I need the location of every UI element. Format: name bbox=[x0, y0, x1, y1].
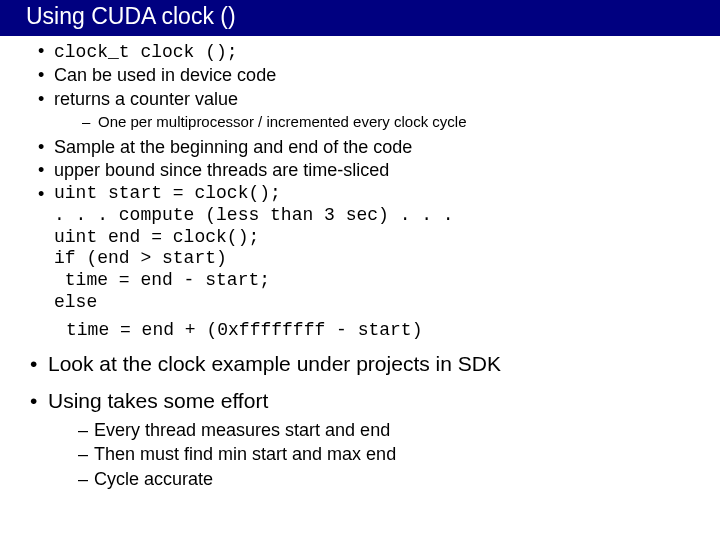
sub-bullet-text: Every thread measures start and end bbox=[94, 420, 390, 440]
bullet-item: upper bound since threads are time-slice… bbox=[38, 159, 720, 182]
slide-title: Using CUDA clock () bbox=[0, 0, 720, 36]
bullet-text: Look at the clock example under projects… bbox=[48, 352, 501, 375]
bullet-text: returns a counter value bbox=[54, 89, 238, 109]
slide: Using CUDA clock () clock_t clock (); Ca… bbox=[0, 0, 720, 540]
sub-bullet-list: Every thread measures start and end Then… bbox=[48, 419, 720, 491]
sub-bullet-list: One per multiprocessor / incremented eve… bbox=[54, 112, 720, 132]
bullet-list: clock_t clock (); Can be used in device … bbox=[12, 40, 720, 315]
bullet-item: Sample at the beginning and end of the c… bbox=[38, 136, 720, 159]
bullet-text: clock_t clock (); bbox=[54, 42, 238, 62]
sub-bullet-text: Then must find min start and max end bbox=[94, 444, 396, 464]
sub-bullet-text: Cycle accurate bbox=[94, 469, 213, 489]
bullet-item: Look at the clock example under projects… bbox=[30, 350, 720, 378]
sub-bullet-item: Every thread measures start and end bbox=[78, 419, 720, 442]
sub-bullet-item: Cycle accurate bbox=[78, 468, 720, 491]
sub-bullet-item: Then must find min start and max end bbox=[78, 443, 720, 466]
bullet-item: returns a counter value One per multipro… bbox=[38, 88, 720, 132]
sub-bullet-text: One per multiprocessor / incremented eve… bbox=[98, 113, 466, 130]
bullet-text: Using takes some effort bbox=[48, 389, 268, 412]
sub-bullet-item: One per multiprocessor / incremented eve… bbox=[82, 112, 720, 132]
slide-content: clock_t clock (); Can be used in device … bbox=[0, 36, 720, 492]
bullet-list-large: Look at the clock example under projects… bbox=[12, 350, 720, 491]
bullet-item: Using takes some effort Every thread mea… bbox=[30, 387, 720, 492]
bullet-text: upper bound since threads are time-slice… bbox=[54, 160, 389, 180]
bullet-item: uint start = clock(); . . . compute (les… bbox=[38, 183, 720, 315]
code-block: uint start = clock(); . . . compute (les… bbox=[54, 183, 720, 315]
bullet-text: Can be used in device code bbox=[54, 65, 276, 85]
bullet-item: clock_t clock (); bbox=[38, 40, 720, 64]
code-line-orphan: time = end + (0xffffffff - start) bbox=[66, 320, 720, 342]
bullet-item: Can be used in device code bbox=[38, 64, 720, 87]
bullet-text: Sample at the beginning and end of the c… bbox=[54, 137, 412, 157]
